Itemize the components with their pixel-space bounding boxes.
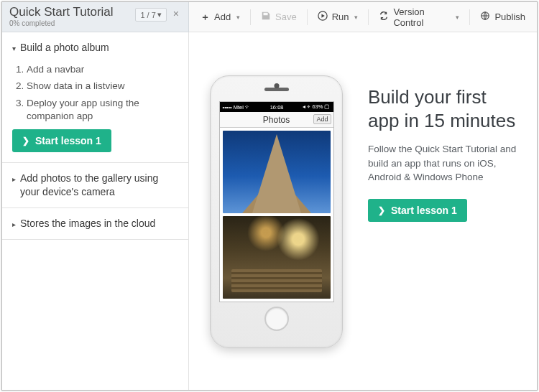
photo-thumbnail (223, 216, 331, 299)
start-lesson-label: Start lesson 1 (35, 135, 101, 146)
accordion-title-1: Add photos to the gallery using your dev… (20, 172, 178, 199)
close-tutorial-button[interactable]: × (171, 8, 181, 19)
caret-down-icon: ▾ (354, 14, 358, 21)
start-lesson-button-main[interactable]: ❯ Start lesson 1 (368, 199, 467, 222)
phone-photo-list (220, 128, 333, 302)
step-item: Deploy your app using the companion app (27, 97, 178, 122)
main-toolbar: ＋ Add ▾ Save Run ▾ (189, 2, 537, 32)
accordion-item-1: ▸ Add photos to the gallery using your d… (2, 163, 188, 208)
phone-add-button: Add (313, 114, 331, 124)
add-button[interactable]: ＋ Add ▾ (193, 6, 247, 28)
caret-right-icon: ▸ (12, 174, 16, 199)
run-button[interactable]: Run ▾ (310, 6, 366, 27)
step-item: Add a navbar (27, 63, 178, 76)
phone-statusbar: ••••• Mtel ᯤ 16:08 ◂ ⌖ 63% ▢ (220, 102, 333, 112)
plus-icon: ＋ (201, 11, 210, 24)
version-control-button[interactable]: Version Control ▾ (372, 2, 466, 32)
step-item: Show data in a listview (27, 80, 178, 93)
phone-screen: ••••• Mtel ᯤ 16:08 ◂ ⌖ 63% ▢ Photos Add (219, 101, 334, 302)
chevron-right-icon: ❯ (378, 205, 385, 215)
phone-camera-icon (274, 83, 279, 88)
chevron-down-icon: ▾ (157, 10, 162, 19)
tutorial-title: Quick Start Tutorial (9, 5, 131, 19)
phone-mockup: ••••• Mtel ᯤ 16:08 ◂ ⌖ 63% ▢ Photos Add (210, 75, 343, 348)
accordion-item-0: ▾ Build a photo album Add a navbar Show … (2, 32, 188, 163)
photo-thumbnail (223, 131, 331, 213)
promo-panel: Build your first app in 15 minutes Follo… (368, 75, 520, 222)
publish-label: Publish (494, 11, 525, 22)
promo-headline: Build your first app in 15 minutes (368, 85, 520, 132)
save-button[interactable]: Save (254, 6, 304, 27)
sync-icon (379, 11, 389, 23)
status-time: 16:08 (270, 104, 284, 111)
publish-button[interactable]: Publish (473, 6, 533, 27)
status-left: ••••• Mtel ᯤ (223, 104, 251, 111)
chevron-right-icon: ❯ (22, 136, 29, 146)
phone-navbar: Photos Add (220, 112, 333, 128)
toolbar-separator (250, 9, 251, 25)
start-lesson-button-sidebar[interactable]: ❯ Start lesson 1 (12, 129, 111, 152)
tutorial-progress-text: 0% completed (9, 19, 131, 27)
accordion-header-2[interactable]: ▸ Stores the images in the cloud (2, 208, 188, 239)
globe-icon (480, 11, 490, 23)
toolbar-separator (469, 9, 470, 25)
content-area: ••••• Mtel ᯤ 16:08 ◂ ⌖ 63% ▢ Photos Add (189, 32, 537, 390)
accordion-header-0[interactable]: ▾ Build a photo album (2, 32, 188, 59)
tutorial-sidebar: ▾ Build a photo album Add a navbar Show … (2, 32, 189, 390)
tutorial-pager[interactable]: 1 / 7 ▾ (135, 8, 166, 22)
caret-down-icon: ▾ (456, 14, 459, 21)
phone-navbar-title: Photos (263, 115, 290, 125)
accordion-title-2: Stores the images in the cloud (20, 217, 155, 230)
promo-body: Follow the Quick Start Tutorial and buil… (368, 142, 520, 185)
save-icon (261, 11, 271, 23)
phone-home-button-icon (264, 307, 289, 331)
toolbar-separator (368, 9, 369, 25)
accordion-title-0: Build a photo album (20, 41, 109, 55)
close-icon: × (173, 8, 179, 19)
start-lesson-label: Start lesson 1 (391, 205, 457, 216)
caret-right-icon: ▸ (12, 220, 16, 230)
run-label: Run (332, 11, 349, 22)
play-icon (318, 11, 328, 23)
accordion-header-1[interactable]: ▸ Add photos to the gallery using your d… (2, 163, 188, 207)
save-label: Save (275, 11, 297, 22)
caret-down-icon: ▾ (12, 44, 16, 55)
accordion-body-0: Add a navbar Show data in a listview Dep… (2, 63, 188, 162)
caret-down-icon: ▾ (236, 14, 240, 21)
accordion-item-2: ▸ Stores the images in the cloud (2, 208, 188, 240)
toolbar-separator (307, 9, 308, 25)
status-right: ◂ ⌖ 63% ▢ (303, 103, 330, 111)
version-control-label: Version Control (393, 6, 450, 28)
add-label: Add (214, 11, 231, 22)
tutorial-pager-value: 1 / 7 (140, 11, 155, 19)
